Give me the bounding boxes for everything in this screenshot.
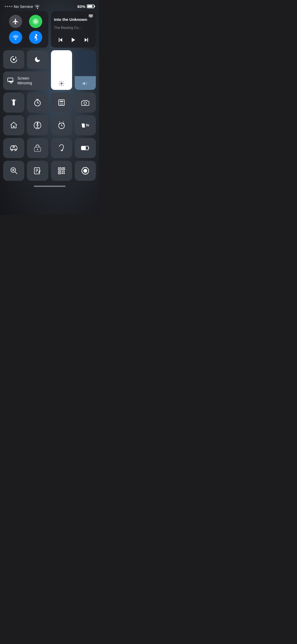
next-button[interactable] [81,36,91,44]
screen-mirroring-icon [7,77,15,84]
play-button[interactable] [68,36,78,44]
volume-icon [82,80,88,87]
carplay-button[interactable] [3,138,24,158]
svg-line-52 [59,122,60,122]
brightness-slider[interactable] [51,50,72,90]
svg-rect-77 [64,171,65,172]
svg-marker-10 [84,38,87,42]
row4: tv [3,115,96,135]
svg-rect-61 [82,147,86,149]
svg-point-39 [60,104,60,105]
battery-status-button[interactable] [75,138,96,158]
status-bar: No Service 83% [3,0,96,11]
hearing-button[interactable] [51,138,72,158]
moon-icon [34,56,41,63]
carplay-icon [10,145,18,151]
do-not-disturb-button[interactable] [27,50,48,69]
next-icon [83,37,89,43]
svg-rect-11 [87,38,88,42]
wifi-icon [12,34,19,40]
wifi-status-icon [34,4,41,9]
svg-rect-56 [13,146,15,148]
screen-lock-button[interactable] [27,138,48,158]
qr-scan-button[interactable] [51,161,72,181]
home-icon [10,121,18,129]
magnifier-button[interactable] [3,161,24,181]
bluetooth-icon [33,34,39,41]
home-indicator[interactable] [34,186,65,187]
bluetooth-button[interactable] [29,31,42,44]
svg-rect-35 [60,101,63,102]
svg-line-27 [11,100,12,100]
svg-point-3 [15,39,16,40]
row3 [3,93,96,113]
airplane-mode-button[interactable] [9,15,22,28]
timer-button[interactable] [27,93,48,113]
screen-mirroring-button[interactable]: Screen Mirroring [3,71,48,90]
screen-record-button[interactable] [75,161,96,181]
svg-rect-8 [59,38,59,42]
middle-area: Screen Mirroring [3,50,96,90]
apple-tv-button[interactable]: tv [75,115,96,135]
apple-logo-icon [81,123,86,128]
svg-line-28 [16,100,16,100]
airplane-icon [12,18,19,25]
screen-lock-icon [34,144,41,152]
wifi-button[interactable] [9,31,22,44]
volume-slider[interactable] [75,50,96,90]
svg-line-20 [63,81,63,82]
connectivity-card [3,11,48,48]
svg-point-42 [84,102,87,104]
svg-rect-79 [64,173,65,174]
notes-button[interactable] [27,161,48,181]
flashlight-icon [11,99,17,107]
svg-line-63 [15,172,17,174]
play-icon [70,37,76,43]
svg-marker-22 [83,82,85,85]
cellular-button[interactable] [29,15,42,28]
qr-icon [58,167,65,174]
svg-point-2 [35,21,36,22]
music-controls [54,36,93,44]
top-row: Into the Unknown The Blasting Co... [3,11,96,48]
cellular-icon [32,18,39,25]
apple-tv-label: tv [81,123,89,127]
svg-point-41 [62,104,63,105]
airplay-svg [88,14,93,18]
no-service-label: No Service [14,4,33,9]
clock-button[interactable] [51,115,72,135]
status-right: 83% [77,4,94,9]
home-app-button[interactable] [3,115,24,135]
svg-marker-9 [72,38,75,42]
battery-percentage: 83% [77,4,85,9]
airplay-icon [88,14,93,18]
prev-button[interactable] [55,36,65,44]
music-artist: The Blasting Co... [54,26,93,30]
battery-status-icon [81,146,89,150]
row6 [3,161,96,181]
svg-point-37 [61,103,62,104]
status-left: No Service [5,4,41,9]
rotation-lock-icon [10,56,17,63]
svg-line-48 [37,127,39,128]
camera-button[interactable] [75,93,96,113]
calculator-icon [58,99,65,106]
calculator-button[interactable] [51,93,72,113]
svg-point-59 [62,150,62,151]
timer-icon [34,99,41,107]
rotation-lock-button[interactable] [3,50,24,69]
flashlight-button[interactable] [3,93,24,113]
screen-mirroring-label: Screen Mirroring [17,76,32,85]
magnifier-icon [10,167,17,175]
accessibility-button[interactable] [27,115,48,135]
svg-point-13 [60,82,63,85]
signal-dots [5,6,12,7]
music-title: Into the Unknown [54,17,93,22]
home-bar [3,183,96,188]
music-card[interactable]: Into the Unknown The Blasting Co... [51,11,96,48]
svg-rect-78 [62,173,63,174]
hearing-icon [58,144,65,152]
svg-rect-71 [59,168,60,169]
battery-icon [87,4,94,8]
svg-line-53 [63,122,64,122]
